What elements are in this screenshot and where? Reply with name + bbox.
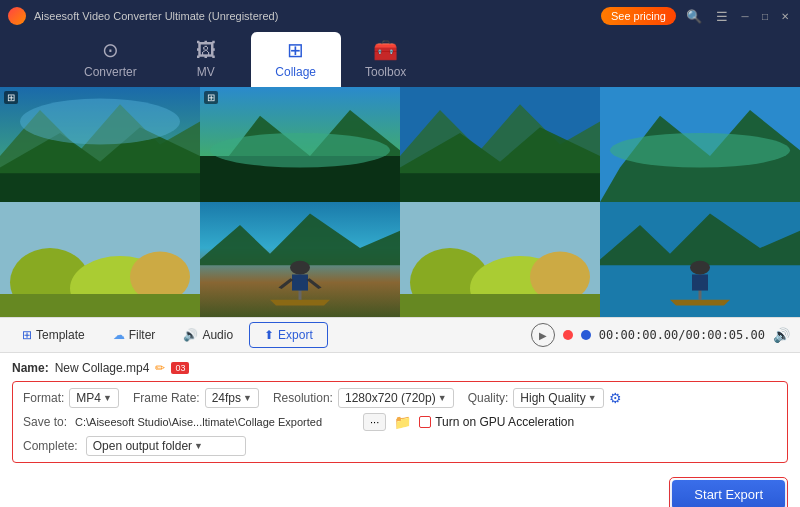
svg-rect-39 xyxy=(692,274,708,290)
titlebar: Aiseesoft Video Converter Ultimate (Unre… xyxy=(0,0,800,32)
template-label: Template xyxy=(36,328,85,342)
name-label: Name: xyxy=(12,361,49,375)
app-title: Aiseesoft Video Converter Ultimate (Unre… xyxy=(34,10,601,22)
cell-tr-icon: ⊞ xyxy=(204,91,218,104)
folder-icon[interactable]: 📁 xyxy=(394,414,411,430)
main-content: ⊞ ⊞ xyxy=(0,87,800,504)
gpu-checkbox[interactable]: Turn on GPU Acceleration xyxy=(419,415,574,429)
maximize-button[interactable]: □ xyxy=(758,9,772,23)
converter-icon: ⊙ xyxy=(102,38,119,62)
record-button[interactable] xyxy=(563,330,573,340)
search-icon[interactable]: 🔍 xyxy=(682,7,706,26)
format-group: Format: MP4 ▼ xyxy=(23,388,119,408)
mv-icon: 🖼 xyxy=(196,39,216,62)
svg-point-28 xyxy=(610,133,790,168)
quality-group: Quality: High Quality ▼ ⚙ xyxy=(468,388,622,408)
edit-icon[interactable]: ✏ xyxy=(155,361,165,375)
svg-rect-33 xyxy=(400,294,600,317)
name-row: Name: New Collage.mp4 ✏ 03 xyxy=(12,361,788,375)
svg-rect-3 xyxy=(0,173,200,202)
start-export-area: Start Export xyxy=(0,471,800,507)
format-select[interactable]: MP4 ▼ xyxy=(69,388,119,408)
quality-select[interactable]: High Quality ▼ xyxy=(513,388,603,408)
export-icon: ⬆ xyxy=(264,328,274,342)
menu-icon[interactable]: ☰ xyxy=(712,7,732,26)
tab-converter[interactable]: ⊙ Converter xyxy=(60,32,161,87)
volume-icon[interactable]: 🔊 xyxy=(773,327,790,343)
resolution-group: Resolution: 1280x720 (720p) ▼ xyxy=(273,388,454,408)
tag-badge: 03 xyxy=(171,362,189,374)
right-cell-bl xyxy=(400,202,600,317)
collage-icon: ⊞ xyxy=(287,38,304,62)
saveto-label: Save to: xyxy=(23,415,67,429)
svg-point-8 xyxy=(210,133,390,168)
collage-label: Collage xyxy=(275,65,316,79)
resolution-select[interactable]: 1280x720 (720p) ▼ xyxy=(338,388,454,408)
settings-area: Name: New Collage.mp4 ✏ 03 Format: MP4 ▼… xyxy=(0,353,800,471)
left-collage-panel: ⊞ ⊞ xyxy=(0,87,400,317)
gpu-checkbox-box[interactable] xyxy=(419,416,431,428)
framerate-select[interactable]: 24fps ▼ xyxy=(205,388,259,408)
complete-row: Complete: Open output folder ▼ xyxy=(23,436,777,456)
collage-cell-tl: ⊞ xyxy=(0,87,200,202)
saveto-row: Save to: C:\Aiseesoft Studio\Aise...ltim… xyxy=(23,413,777,431)
resolution-label: Resolution: xyxy=(273,391,333,405)
svg-point-18 xyxy=(290,261,310,275)
app-logo xyxy=(8,7,26,25)
collage-cell-bl xyxy=(0,202,200,317)
tab-collage[interactable]: ⊞ Collage xyxy=(251,32,341,87)
close-button[interactable]: ✕ xyxy=(778,9,792,23)
right-cell-tl xyxy=(400,87,600,202)
svg-rect-13 xyxy=(0,294,200,317)
svg-point-4 xyxy=(20,99,180,145)
titlebar-actions: See pricing 🔍 ☰ ─ □ ✕ xyxy=(601,7,792,26)
framerate-arrow: ▼ xyxy=(243,393,252,403)
collage-cell-tr: ⊞ xyxy=(200,87,400,202)
settings-box: Format: MP4 ▼ Frame Rate: 24fps ▼ Resolu… xyxy=(12,381,788,463)
filter-label: Filter xyxy=(129,328,156,342)
collage-cell-br xyxy=(200,202,400,317)
toolbox-icon: 🧰 xyxy=(373,38,398,62)
preview-area: ⊞ ⊞ xyxy=(0,87,800,317)
framerate-value: 24fps xyxy=(212,391,241,405)
svg-rect-25 xyxy=(400,173,600,202)
right-preview-panel xyxy=(400,87,800,317)
converter-label: Converter xyxy=(84,65,137,79)
tab-mv[interactable]: 🖼 MV xyxy=(161,33,251,87)
complete-label: Complete: xyxy=(23,439,78,453)
audio-button[interactable]: 🔊 Audio xyxy=(171,322,245,348)
gear-icon[interactable]: ⚙ xyxy=(609,390,622,406)
see-pricing-button[interactable]: See pricing xyxy=(601,7,676,25)
cell-tl-icon: ⊞ xyxy=(4,91,18,104)
quality-label: Quality: xyxy=(468,391,509,405)
tab-toolbox[interactable]: 🧰 Toolbox xyxy=(341,32,431,87)
play-button[interactable]: ▶ xyxy=(531,323,555,347)
nav-tabs: ⊙ Converter 🖼 MV ⊞ Collage 🧰 Toolbox xyxy=(0,32,800,87)
framerate-label: Frame Rate: xyxy=(133,391,200,405)
svg-marker-36 xyxy=(670,300,730,306)
resolution-arrow: ▼ xyxy=(438,393,447,403)
browse-button[interactable]: ··· xyxy=(363,413,386,431)
toolbar-right: ▶ 00:00:00.00/00:00:05.00 🔊 xyxy=(531,323,790,347)
svg-rect-19 xyxy=(292,274,308,290)
svg-point-38 xyxy=(690,261,710,275)
filter-button[interactable]: ☁ Filter xyxy=(101,322,168,348)
format-value: MP4 xyxy=(76,391,101,405)
start-export-button[interactable]: Start Export xyxy=(672,480,785,507)
mv-label: MV xyxy=(197,65,215,79)
audio-label: Audio xyxy=(202,328,233,342)
complete-value: Open output folder xyxy=(93,439,192,453)
complete-arrow: ▼ xyxy=(194,441,203,451)
minimize-button[interactable]: ─ xyxy=(738,9,752,23)
dot-indicator xyxy=(581,330,591,340)
export-label: Export xyxy=(278,328,313,342)
export-button[interactable]: ⬆ Export xyxy=(249,322,328,348)
template-button[interactable]: ⊞ Template xyxy=(10,322,97,348)
toolbar-left: ⊞ Template ☁ Filter 🔊 Audio ⬆ Export xyxy=(10,322,525,348)
svg-marker-16 xyxy=(270,300,330,306)
gpu-label: Turn on GPU Acceleration xyxy=(435,415,574,429)
complete-select[interactable]: Open output folder ▼ xyxy=(86,436,246,456)
time-display: 00:00:00.00/00:00:05.00 xyxy=(599,328,765,342)
start-export-wrapper: Start Export xyxy=(669,477,788,507)
resolution-value: 1280x720 (720p) xyxy=(345,391,436,405)
